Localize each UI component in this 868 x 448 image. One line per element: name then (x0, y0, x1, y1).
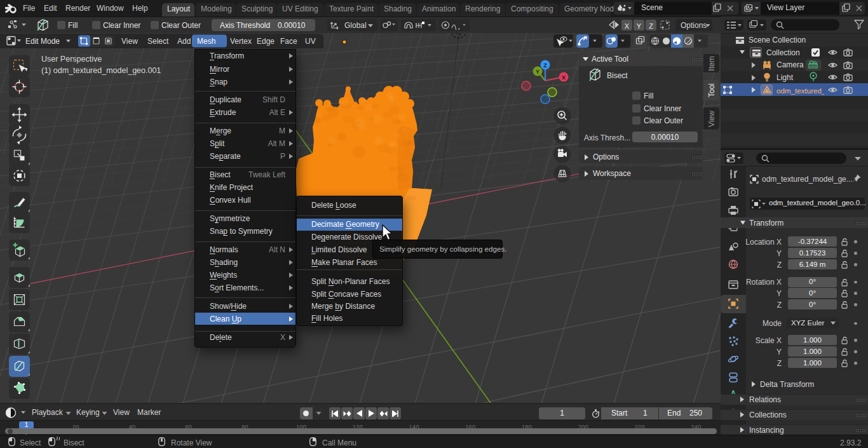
svg-text:Edge: Edge (257, 37, 275, 46)
svg-text:UV: UV (305, 37, 316, 46)
svg-text:Select: Select (147, 37, 169, 46)
svg-text:View: View (121, 37, 138, 46)
svg-text:Edit Mode: Edit Mode (25, 37, 60, 46)
svg-text:X: X (562, 74, 566, 81)
svg-text:Y: Y (536, 69, 539, 75)
svg-text:Mesh: Mesh (197, 37, 215, 46)
svg-text:Face: Face (280, 37, 297, 46)
svg-text:Vertex: Vertex (230, 37, 252, 46)
svg-text:User Perspective: User Perspective (41, 55, 102, 64)
svg-text:Add: Add (177, 37, 191, 46)
svg-text:Z: Z (543, 62, 547, 69)
svg-text:(1) odm_textured_model_geo.001: (1) odm_textured_model_geo.001 (41, 66, 161, 75)
